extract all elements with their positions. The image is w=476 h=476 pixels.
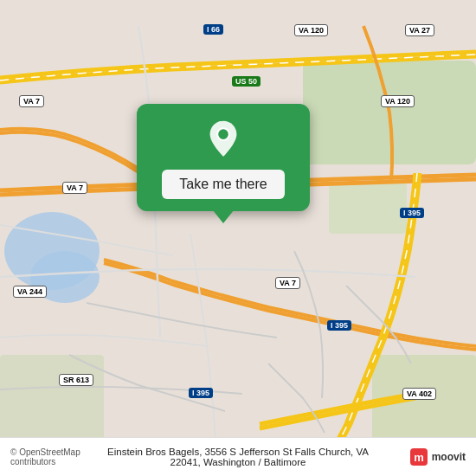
- road-badge: I 395: [400, 208, 424, 218]
- road-badge: I 66: [203, 24, 223, 35]
- road-badge: VA 120: [294, 24, 328, 36]
- svg-text:m: m: [414, 451, 424, 464]
- moovit-icon: m: [408, 447, 429, 467]
- bottom-info-bar: © OpenStreetMap contributors Einstein Br…: [0, 437, 476, 476]
- map-container: I 66VA 7US 50VA 120VA 120VA 7VA 7I 395I …: [0, 0, 476, 476]
- road-badge: SR 613: [59, 374, 93, 386]
- road-badge: VA 402: [402, 388, 436, 400]
- road-badge: VA 120: [381, 95, 415, 107]
- road-badge: VA 7: [275, 277, 300, 289]
- road-badge: US 50: [232, 76, 261, 87]
- map-roads: [0, 0, 476, 476]
- take-me-there-button[interactable]: Take me there: [162, 170, 284, 199]
- road-badge: I 395: [327, 320, 351, 331]
- svg-rect-4: [0, 355, 104, 450]
- road-badge: VA 7: [19, 95, 44, 107]
- osm-attribution: © OpenStreetMap contributors: [10, 447, 101, 466]
- location-pin-icon: [203, 119, 244, 161]
- location-popup: Take me there: [137, 104, 310, 211]
- location-address: Einstein Bros Bagels, 3556 S Jefferson S…: [101, 447, 375, 467]
- moovit-logo: m moovit: [375, 447, 466, 467]
- road-badge: I 395: [189, 388, 213, 398]
- svg-rect-3: [329, 182, 407, 234]
- moovit-text: moovit: [432, 451, 466, 463]
- road-badge: VA 244: [13, 286, 47, 298]
- road-badge: VA 27: [405, 24, 434, 36]
- road-badge: VA 7: [62, 182, 87, 194]
